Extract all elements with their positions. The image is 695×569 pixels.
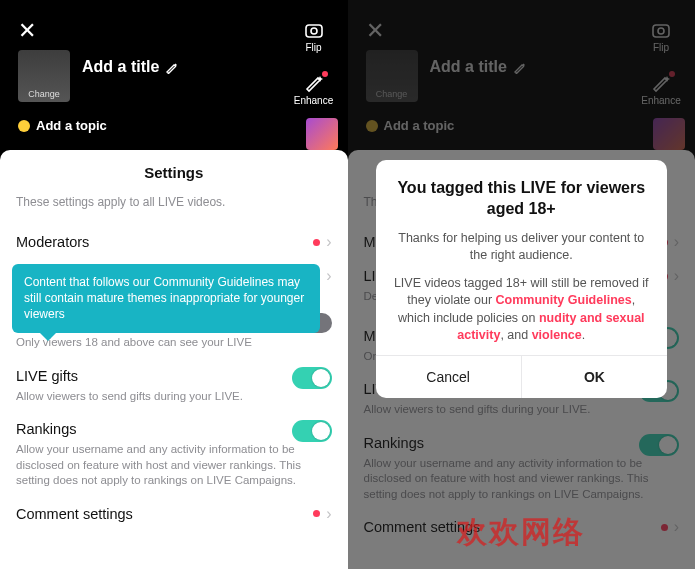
mature-tooltip: Content that follows our Community Guide… bbox=[12, 264, 320, 333]
mature-desc: Only viewers 18 and above can see your L… bbox=[16, 335, 332, 351]
effects-thumbnail[interactable] bbox=[306, 118, 338, 150]
add-topic-label: Add a topic bbox=[36, 118, 107, 133]
modal-buttons: Cancel OK bbox=[376, 355, 668, 398]
rankings-toggle[interactable] bbox=[292, 420, 332, 442]
settings-intro: These settings apply to all LIVE videos. bbox=[16, 195, 332, 209]
gifts-toggle[interactable] bbox=[292, 367, 332, 389]
moderators-label: Moderators bbox=[16, 234, 89, 250]
dot-icon bbox=[313, 239, 320, 246]
rankings-desc: Allow your username and any activity inf… bbox=[16, 442, 332, 489]
comments-label: Comment settings bbox=[16, 506, 133, 522]
right-action-column: Flip Enhance bbox=[290, 22, 338, 126]
flip-icon bbox=[303, 22, 325, 40]
row-live-gifts: LIVE gifts Allow viewers to send gifts d… bbox=[16, 357, 332, 411]
modal-title: You tagged this LIVE for viewers aged 18… bbox=[394, 178, 650, 220]
age-confirm-modal: You tagged this LIVE for viewers aged 18… bbox=[376, 160, 668, 398]
chevron-right-icon: › bbox=[326, 233, 331, 251]
title-block: Change Add a title bbox=[18, 50, 179, 102]
chevron-right-icon: › bbox=[326, 267, 331, 285]
modal-paragraph1: Thanks for helping us deliver your conte… bbox=[394, 230, 650, 265]
enhance-button[interactable]: Enhance bbox=[290, 73, 338, 106]
title-input[interactable]: Add a title bbox=[82, 50, 179, 76]
topic-emoji-icon bbox=[18, 120, 30, 132]
pencil-icon bbox=[165, 60, 179, 74]
community-guidelines-link[interactable]: Community Guidelines bbox=[496, 293, 632, 307]
flip-label: Flip bbox=[290, 42, 338, 53]
chevron-right-icon: › bbox=[326, 505, 331, 523]
settings-heading: Settings bbox=[16, 164, 332, 181]
top-bar: ✕ Flip Enhance Change Add a title A bbox=[0, 0, 348, 150]
cancel-button[interactable]: Cancel bbox=[376, 356, 522, 398]
svg-point-1 bbox=[311, 28, 317, 34]
add-topic-row[interactable]: Add a topic bbox=[18, 118, 107, 133]
row-comment-settings[interactable]: Comment settings › bbox=[16, 495, 332, 529]
gifts-label: LIVE gifts bbox=[16, 368, 78, 384]
enhance-label: Enhance bbox=[290, 95, 338, 106]
close-icon[interactable]: ✕ bbox=[18, 18, 36, 44]
flip-button[interactable]: Flip bbox=[290, 22, 338, 53]
gifts-desc: Allow viewers to send gifts during your … bbox=[16, 389, 332, 405]
screenshot-right: ✕ Flip Enhance Change Add a title Add bbox=[348, 0, 696, 569]
modal-paragraph2: LIVE videos tagged 18+ will still be rem… bbox=[394, 275, 650, 345]
ok-button[interactable]: OK bbox=[522, 356, 667, 398]
change-cover-label: Change bbox=[18, 89, 70, 99]
title-placeholder: Add a title bbox=[82, 58, 159, 76]
row-rankings: Rankings Allow your username and any act… bbox=[16, 410, 332, 495]
dot-icon bbox=[313, 510, 320, 517]
row-moderators[interactable]: Moderators › bbox=[16, 223, 332, 257]
enhance-icon bbox=[303, 73, 325, 93]
screenshot-left: ✕ Flip Enhance Change Add a title A bbox=[0, 0, 348, 569]
svg-rect-0 bbox=[306, 25, 322, 37]
settings-sheet: Settings These settings apply to all LIV… bbox=[0, 150, 348, 569]
rankings-label: Rankings bbox=[16, 421, 76, 437]
enhance-dot-icon bbox=[322, 71, 328, 77]
cover-thumbnail[interactable]: Change bbox=[18, 50, 70, 102]
